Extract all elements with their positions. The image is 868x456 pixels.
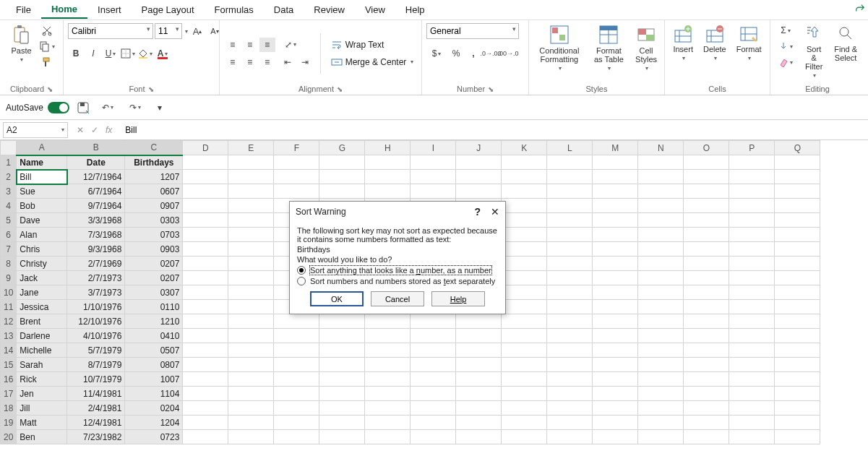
tab-help[interactable]: Help [395, 1, 435, 18]
cell[interactable] [319, 170, 365, 184]
font-color-icon[interactable]: A▾ [155, 46, 171, 61]
cell[interactable] [638, 285, 684, 300]
cell[interactable] [547, 285, 593, 300]
fill-color-icon[interactable]: ▾ [137, 46, 153, 61]
italic-icon[interactable]: I [85, 46, 101, 61]
cell[interactable] [365, 358, 411, 372]
cell[interactable] [684, 343, 729, 358]
cell[interactable] [411, 416, 456, 430]
cell[interactable] [593, 430, 638, 444]
cell-A11[interactable]: Jessica [17, 300, 67, 314]
cell[interactable] [593, 257, 638, 271]
cell[interactable] [228, 329, 274, 343]
cell[interactable] [365, 343, 411, 358]
cell[interactable] [547, 271, 593, 285]
cell[interactable] [729, 271, 775, 285]
align-center-icon[interactable]: ≡ [242, 55, 258, 69]
cell[interactable] [593, 343, 638, 358]
row-header-7[interactable]: 7 [1, 242, 17, 257]
cell[interactable] [593, 213, 638, 228]
clipboard-launcher-icon[interactable]: ⬊ [47, 85, 53, 93]
cancel-button[interactable]: Cancel [371, 291, 424, 306]
share-icon[interactable] [855, 3, 865, 13]
cell-A9[interactable]: Jack [17, 271, 67, 285]
cell[interactable] [775, 213, 820, 228]
cell[interactable] [547, 416, 593, 430]
cell[interactable] [274, 155, 319, 170]
conditional-formatting-button[interactable]: Conditional Formatting▾ [533, 23, 585, 73]
cell[interactable] [593, 372, 638, 387]
cell[interactable] [775, 314, 820, 329]
cell[interactable] [729, 184, 775, 199]
tab-page-layout[interactable]: Page Layout [132, 1, 205, 18]
cell[interactable] [183, 358, 228, 372]
cell[interactable] [183, 257, 228, 271]
cell-A19[interactable]: Matt [17, 416, 67, 430]
cell[interactable] [502, 314, 547, 329]
cell[interactable] [274, 430, 319, 444]
increase-decimal-icon[interactable]: .0→.00 [483, 46, 499, 61]
font-size-select[interactable] [155, 23, 182, 39]
cell[interactable] [638, 372, 684, 387]
cell[interactable] [502, 430, 547, 444]
cell-B20[interactable]: 7/23/1982 [67, 430, 125, 444]
cell[interactable] [684, 300, 729, 314]
cell[interactable] [228, 314, 274, 329]
cell-C16[interactable]: 1007 [125, 372, 183, 387]
cell[interactable] [729, 314, 775, 329]
cell-B3[interactable]: 6/7/1964 [67, 184, 125, 199]
cell-A6[interactable]: Alan [17, 228, 67, 242]
cell[interactable] [684, 329, 729, 343]
cell[interactable] [684, 372, 729, 387]
cell[interactable] [319, 184, 365, 199]
cell[interactable] [502, 242, 547, 257]
cell[interactable] [411, 170, 456, 184]
row-header-4[interactable]: 4 [1, 199, 17, 213]
cell[interactable] [183, 155, 228, 170]
cell[interactable] [684, 271, 729, 285]
formula-input[interactable] [121, 125, 868, 135]
cell-C8[interactable]: 0207 [125, 257, 183, 271]
column-header-O[interactable]: O [684, 141, 729, 155]
cell[interactable] [502, 387, 547, 401]
cell[interactable] [319, 387, 365, 401]
merge-center-button[interactable]: Merge & Center▾ [328, 55, 417, 69]
cell[interactable] [456, 184, 502, 199]
cell-C18[interactable]: 0204 [125, 401, 183, 416]
cell[interactable] [456, 387, 502, 401]
cell-C2[interactable]: 1207 [125, 170, 183, 184]
tab-home[interactable]: Home [41, 1, 87, 19]
align-middle-icon[interactable]: ≡ [242, 38, 258, 52]
cell[interactable] [319, 430, 365, 444]
cell[interactable] [775, 416, 820, 430]
cell[interactable] [775, 285, 820, 300]
cell-C14[interactable]: 0507 [125, 343, 183, 358]
cell[interactable] [729, 430, 775, 444]
tab-review[interactable]: Review [304, 1, 355, 18]
column-header-L[interactable]: L [547, 141, 593, 155]
cell[interactable] [456, 155, 502, 170]
cell[interactable] [729, 329, 775, 343]
cell[interactable] [411, 184, 456, 199]
comma-format-icon[interactable]: , [465, 46, 481, 61]
cell[interactable] [593, 401, 638, 416]
cell[interactable] [638, 184, 684, 199]
decrease-decimal-icon[interactable]: .00→.0 [500, 46, 516, 61]
redo-icon[interactable]: ↷▾ [124, 100, 146, 115]
cell-A8[interactable]: Christy [17, 257, 67, 271]
cell[interactable] [228, 228, 274, 242]
row-header-13[interactable]: 13 [1, 329, 17, 343]
cell[interactable] [319, 329, 365, 343]
delete-cells-button[interactable]: Delete▾ [700, 23, 729, 63]
align-top-icon[interactable]: ≡ [225, 38, 241, 52]
cell[interactable] [502, 358, 547, 372]
cell[interactable] [684, 184, 729, 199]
row-header-12[interactable]: 12 [1, 314, 17, 329]
cell[interactable] [684, 155, 729, 170]
cell[interactable] [456, 372, 502, 387]
radio-option-sort-as-number[interactable]: Sort anything that looks like a number, … [297, 266, 498, 275]
column-header-I[interactable]: I [411, 141, 456, 155]
cell[interactable] [456, 170, 502, 184]
cell[interactable] [684, 242, 729, 257]
cell[interactable] [775, 184, 820, 199]
